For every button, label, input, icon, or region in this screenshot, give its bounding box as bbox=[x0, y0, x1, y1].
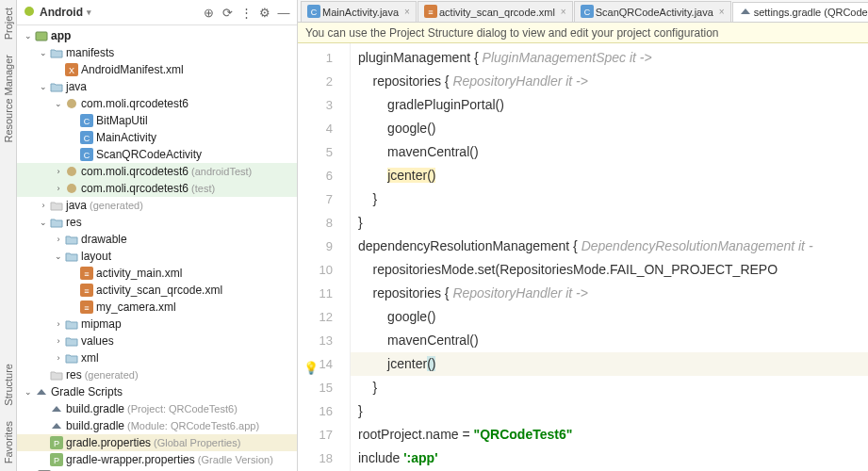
tree-item[interactable]: build.gradle(Module: QRCodeTest6.app) bbox=[17, 417, 297, 434]
code-line[interactable]: google() bbox=[351, 117, 868, 140]
rail-tab-resource[interactable]: Resource Manager bbox=[1, 47, 16, 151]
tree-item[interactable]: CBitMapUtil bbox=[17, 112, 297, 129]
pkg-icon bbox=[64, 182, 79, 195]
close-icon[interactable]: × bbox=[404, 7, 410, 17]
code-line[interactable]: include ':app' bbox=[351, 447, 868, 470]
project-view-selector[interactable]: Android▾ bbox=[40, 6, 91, 19]
tree-label: build.gradle bbox=[66, 419, 124, 432]
sidebar-header: Android▾ ⊕ ⟳ ⋮ ⚙ — bbox=[17, 0, 297, 25]
tree-label: java bbox=[66, 199, 87, 212]
code-line[interactable]: repositories { RepositoryHandler it -> bbox=[351, 282, 868, 305]
editor-tab[interactable]: ≡activity_scan_qrcode.xml× bbox=[418, 1, 573, 22]
code-line[interactable]: } bbox=[351, 187, 868, 211]
tree-label: com.moli.qrcodetest6 bbox=[81, 97, 188, 110]
tree-item[interactable]: ›com.moli.qrcodetest6(androidTest) bbox=[17, 163, 297, 180]
tree-item[interactable]: ⌄manifests bbox=[17, 44, 297, 61]
tree-twisty[interactable]: ⌄ bbox=[53, 99, 64, 108]
prp-icon: P bbox=[49, 453, 64, 466]
close-icon[interactable]: × bbox=[561, 7, 566, 17]
tree-item[interactable]: ›values bbox=[17, 333, 297, 349]
code-line[interactable]: dependencyResolutionManagement { Depende… bbox=[351, 235, 868, 258]
tree-item[interactable]: ⌄layout bbox=[17, 248, 297, 265]
grd-icon bbox=[34, 385, 49, 398]
lay-icon: ≡ bbox=[79, 300, 94, 314]
tree-twisty[interactable]: ⌄ bbox=[53, 252, 64, 261]
tree-item[interactable]: ≡activity_main.xml bbox=[17, 265, 297, 282]
tree-twisty[interactable]: ⌄ bbox=[23, 31, 34, 41]
tree-twisty[interactable]: ⌄ bbox=[38, 218, 49, 227]
tree-twisty[interactable]: › bbox=[53, 184, 64, 193]
tree-item[interactable]: ›com.moli.qrcodetest6(test) bbox=[17, 180, 297, 197]
svg-rect-1 bbox=[36, 32, 47, 41]
rail-tab-structure[interactable]: Structure bbox=[1, 356, 16, 414]
lay-icon: ≡ bbox=[424, 5, 435, 20]
close-icon[interactable]: × bbox=[719, 7, 725, 17]
code-line[interactable]: jcenter() bbox=[351, 164, 868, 187]
info-banner[interactable]: You can use the Project Structure dialog… bbox=[298, 23, 868, 43]
code-line[interactable]: gradlePluginPortal() bbox=[351, 93, 868, 117]
editor-tab[interactable]: settings.gradle (QRCodeTest6)× bbox=[732, 2, 868, 23]
minimize-icon[interactable]: — bbox=[276, 5, 291, 20]
svg-text:X: X bbox=[69, 66, 74, 75]
tree-item[interactable]: Pgradle-wrapper.properties(Gradle Versio… bbox=[17, 451, 297, 468]
code-line[interactable]: repositoriesMode.set(RepositoriesMode.FA… bbox=[351, 258, 868, 282]
code-line[interactable]: mavenCentral() bbox=[351, 140, 868, 164]
code-line[interactable]: pluginManagement { PluginManagementSpec … bbox=[351, 46, 868, 70]
code-line[interactable]: } bbox=[351, 211, 868, 235]
reload-icon[interactable]: ⟳ bbox=[220, 5, 235, 20]
project-tree[interactable]: ⌄app⌄manifestsXAndroidManifest.xml⌄java⌄… bbox=[17, 25, 297, 471]
tree-item[interactable]: XAndroidManifest.xml bbox=[17, 61, 297, 78]
tree-twisty[interactable]: › bbox=[53, 167, 64, 176]
tree-label: drawable bbox=[81, 233, 127, 246]
tree-twisty[interactable]: › bbox=[38, 201, 49, 210]
svg-point-12 bbox=[67, 184, 76, 193]
code-line[interactable]: rootProject.name = "QRCodeTest6" bbox=[351, 423, 868, 447]
code-body[interactable]: pluginManagement { PluginManagementSpec … bbox=[351, 43, 868, 471]
code-line[interactable]: mavenCentral() bbox=[351, 329, 868, 352]
rail-tab-favorites[interactable]: Favorites bbox=[1, 414, 16, 471]
tree-twisty[interactable]: › bbox=[53, 235, 64, 244]
tree-item[interactable]: ⌄res bbox=[17, 214, 297, 231]
editor-tab[interactable]: CScanQRCodeActivity.java× bbox=[574, 1, 731, 22]
tree-item[interactable]: Pgradle.properties(Global Properties) bbox=[17, 434, 297, 451]
tree-label: res bbox=[66, 216, 82, 229]
tree-item[interactable]: ›drawable bbox=[17, 231, 297, 248]
svg-text:C: C bbox=[84, 117, 90, 126]
tree-item[interactable]: CScanQRCodeActivity bbox=[17, 146, 297, 163]
code-line[interactable]: } bbox=[351, 399, 868, 423]
tree-twisty[interactable]: ⌄ bbox=[38, 48, 49, 57]
tree-twisty[interactable]: ⌄ bbox=[23, 387, 34, 397]
rail-tab-project[interactable]: Project bbox=[1, 0, 16, 47]
fld-icon bbox=[49, 46, 64, 59]
svg-text:C: C bbox=[84, 134, 90, 143]
svg-text:≡: ≡ bbox=[84, 303, 89, 313]
code-line[interactable]: google() bbox=[351, 305, 868, 329]
tree-twisty[interactable]: ⌄ bbox=[38, 82, 49, 91]
tree-item[interactable]: ⌄java bbox=[17, 78, 297, 95]
target-icon[interactable]: ⊕ bbox=[201, 5, 216, 20]
tree-item[interactable]: build.gradle(Project: QRCodeTest6) bbox=[17, 400, 297, 417]
gear-icon[interactable]: ⚙ bbox=[257, 5, 272, 20]
editor-tab[interactable]: CMainActivity.java× bbox=[301, 1, 417, 22]
tree-item[interactable]: ⌄app bbox=[17, 27, 297, 44]
tree-suffix: (Global Properties) bbox=[154, 437, 240, 448]
code-line[interactable]: repositories { RepositoryHandler it -> bbox=[351, 70, 868, 93]
android-head-icon bbox=[23, 5, 36, 21]
tree-twisty[interactable]: › bbox=[53, 353, 64, 363]
line-number: 6 bbox=[298, 164, 350, 187]
tree-item[interactable]: ›java(generated) bbox=[17, 197, 297, 214]
tree-item[interactable]: ⌄com.moli.qrcodetest6 bbox=[17, 95, 297, 112]
code-line[interactable]: } bbox=[351, 376, 868, 399]
tree-twisty[interactable]: › bbox=[53, 336, 64, 346]
tree-item[interactable]: ≡activity_scan_qrcode.xml bbox=[17, 282, 297, 299]
tree-item[interactable]: res(generated) bbox=[17, 366, 297, 383]
code-line[interactable]: jcenter() bbox=[351, 352, 868, 376]
tree-item[interactable]: ≡my_camera.xml bbox=[17, 299, 297, 316]
line-number: 13 bbox=[298, 329, 350, 352]
tree-item[interactable]: ⌄Gradle Scripts bbox=[17, 383, 297, 400]
tree-item[interactable]: ›mipmap bbox=[17, 316, 297, 333]
editor-area: CMainActivity.java×≡activity_scan_qrcode… bbox=[298, 0, 868, 471]
tree-item[interactable]: ›xml bbox=[17, 349, 297, 366]
tree-item[interactable]: CMainActivity bbox=[17, 129, 297, 146]
tree-twisty[interactable]: › bbox=[53, 319, 64, 329]
